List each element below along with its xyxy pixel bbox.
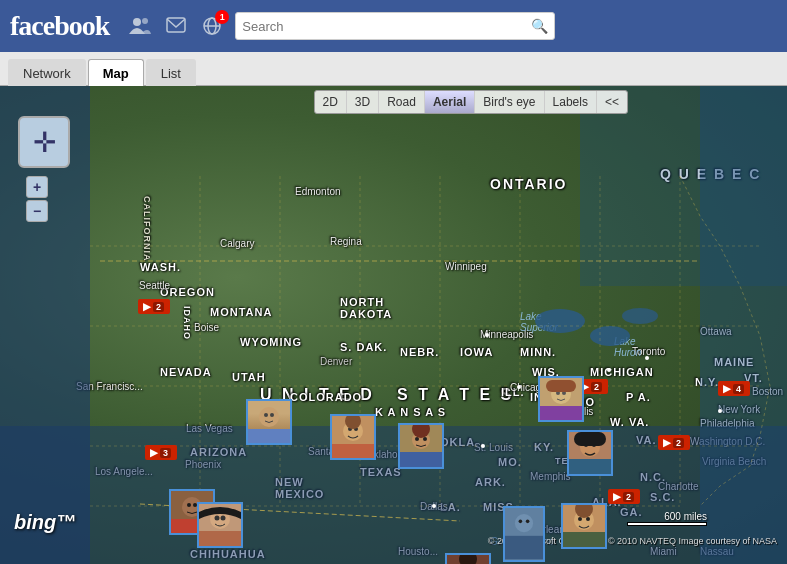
flag-pin-new-york[interactable]: 4: [718, 381, 750, 396]
svg-rect-45: [546, 380, 576, 392]
svg-point-59: [515, 514, 533, 532]
map-svg: [0, 86, 787, 564]
tab-map[interactable]: Map: [88, 59, 144, 86]
svg-point-72: [459, 555, 477, 564]
svg-rect-34: [332, 444, 374, 458]
navigation-control[interactable]: [18, 116, 70, 168]
svg-point-10: [535, 309, 585, 333]
toolbar-2d[interactable]: 2D: [315, 91, 347, 113]
profile-face-2: [332, 416, 374, 458]
profile-face-5: [569, 432, 611, 474]
search-input[interactable]: [242, 19, 531, 34]
flag-pin-california[interactable]: 3: [145, 445, 177, 460]
dot-new-york: [718, 409, 722, 413]
pin-count: 2: [591, 382, 602, 392]
zoom-in[interactable]: +: [26, 176, 48, 198]
svg-point-11: [590, 326, 630, 346]
tab-list[interactable]: List: [146, 59, 196, 86]
flag-pin-charlotte[interactable]: 2: [608, 489, 640, 504]
globe-icon[interactable]: 1: [199, 14, 225, 38]
profile-face-1: [248, 401, 290, 443]
toolbar-3d[interactable]: 3D: [347, 91, 379, 113]
profile-face-3: [400, 425, 442, 467]
toolbar-labels[interactable]: Labels: [545, 91, 597, 113]
scale-bar: 600 miles: [627, 511, 707, 526]
svg-point-27: [259, 407, 279, 427]
bing-logo: bing™: [14, 511, 76, 534]
pin-count: 2: [673, 438, 684, 448]
svg-rect-62: [505, 536, 543, 560]
dot-minneapolis: [485, 333, 489, 337]
profile-pin-la2[interactable]: [197, 502, 243, 548]
toolbar-birdseye[interactable]: Bird's eye: [475, 91, 544, 113]
zoom-out[interactable]: −: [26, 200, 48, 222]
scale-bar-graphic: [627, 522, 707, 526]
toolbar-road[interactable]: Road: [379, 91, 425, 113]
toolbar-collapse[interactable]: <<: [597, 91, 627, 113]
dot-dallas: [432, 504, 436, 508]
pin-count: 2: [623, 492, 634, 502]
notification-badge: 1: [215, 10, 229, 24]
scale-label: 600 miles: [664, 511, 707, 522]
dot-chicago: [517, 385, 521, 389]
pin-count: 3: [160, 448, 171, 458]
profile-pin-ala[interactable]: [561, 503, 607, 549]
profile-face-ala: [563, 505, 605, 547]
svg-point-1: [142, 18, 148, 24]
toolbar-aerial[interactable]: Aerial: [425, 91, 475, 113]
profile-face-houston: [447, 555, 489, 564]
svg-rect-2: [167, 18, 185, 32]
profile-pin-3[interactable]: [398, 423, 444, 469]
svg-point-52: [187, 503, 191, 507]
profile-pin-4[interactable]: [538, 376, 584, 422]
profile-face-la2: [199, 504, 241, 546]
svg-rect-50: [574, 432, 606, 446]
svg-point-28: [264, 413, 268, 417]
pin-count: 2: [153, 302, 164, 312]
tab-network[interactable]: Network: [8, 59, 86, 86]
profile-pin-5[interactable]: [567, 430, 613, 476]
svg-point-57: [221, 516, 226, 521]
svg-rect-66: [563, 532, 605, 547]
pin-count: 4: [733, 384, 744, 394]
svg-rect-39: [400, 452, 442, 467]
svg-point-12: [622, 308, 658, 324]
map-toolbar: 2D 3D Road Aerial Bird's eye Labels <<: [314, 90, 628, 114]
profile-face-4: [540, 378, 582, 420]
search-bar[interactable]: 🔍: [235, 12, 555, 40]
dot-toronto: [645, 356, 649, 360]
svg-rect-58: [199, 531, 241, 546]
svg-point-29: [270, 413, 274, 417]
profile-pin-houston[interactable]: [445, 553, 491, 564]
profile-pin-miss[interactable]: [503, 506, 545, 562]
search-icon: 🔍: [531, 18, 548, 34]
svg-rect-44: [540, 406, 582, 420]
svg-point-0: [133, 18, 141, 26]
facebook-logo: facebook: [10, 10, 109, 42]
flag-pin-seattle[interactable]: 2: [138, 299, 170, 314]
svg-rect-9: [580, 86, 787, 286]
flag-pin-dc[interactable]: 2: [658, 435, 690, 450]
svg-point-60: [519, 520, 523, 524]
tabs-row: Network Map List: [0, 52, 787, 86]
dot-detroit: [607, 368, 611, 372]
friends-icon[interactable]: [127, 14, 153, 38]
dot-st-louis: [481, 444, 485, 448]
svg-rect-30: [248, 429, 290, 443]
zoom-controls: + −: [26, 176, 48, 224]
svg-point-61: [526, 520, 530, 524]
svg-rect-49: [569, 459, 611, 474]
profile-pin-2[interactable]: [330, 414, 376, 460]
app-header: facebook 1 🔍: [0, 0, 787, 52]
profile-face-miss: [505, 508, 543, 560]
map-container[interactable]: 2D 3D Road Aerial Bird's eye Labels << +…: [0, 86, 787, 564]
svg-point-56: [215, 516, 220, 521]
profile-pin-1[interactable]: [246, 399, 292, 445]
messages-icon[interactable]: [163, 14, 189, 38]
